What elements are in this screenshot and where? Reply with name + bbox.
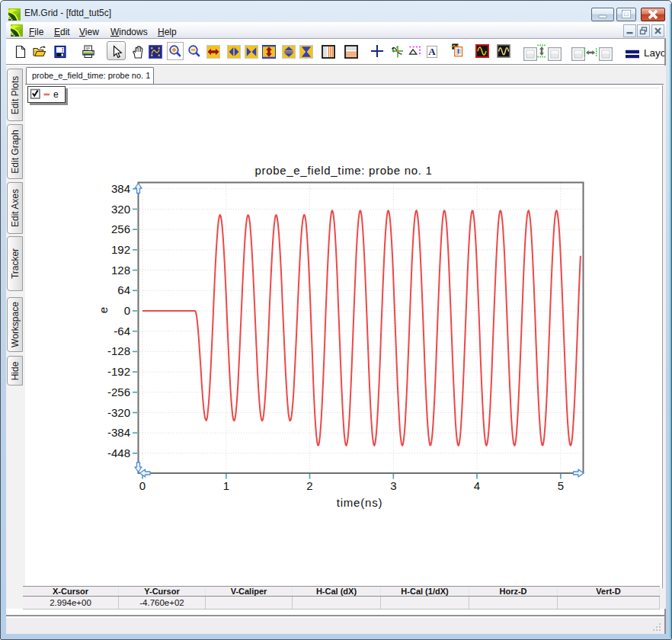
svg-text:e: e <box>53 89 59 100</box>
svg-text:A: A <box>428 46 436 57</box>
